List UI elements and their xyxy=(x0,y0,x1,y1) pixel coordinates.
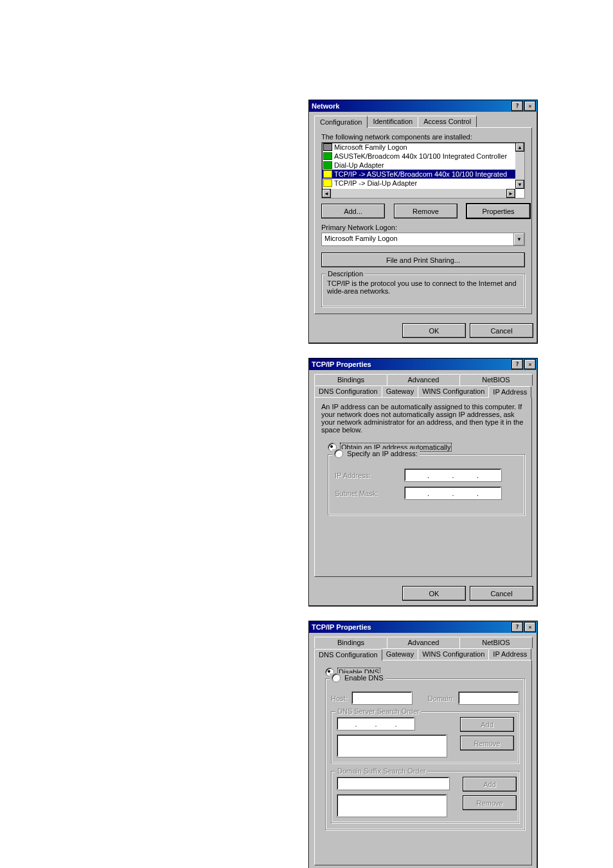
ip-blurb: An IP address can be automatically assig… xyxy=(321,403,525,434)
domain-label: Domain: xyxy=(428,695,454,702)
remove-button[interactable]: Remove xyxy=(394,204,458,218)
ok-button[interactable]: OK xyxy=(402,323,466,338)
tab-bindings[interactable]: Bindings xyxy=(314,637,387,648)
close-button[interactable]: ✕ xyxy=(524,622,536,632)
tab-gateway[interactable]: Gateway xyxy=(382,385,418,397)
radio-specify-label: Specify an IP address: xyxy=(347,450,418,457)
title-text: Network xyxy=(312,102,339,110)
dropdown-icon[interactable]: ▼ xyxy=(513,233,524,245)
ip-address-label: IP Address: xyxy=(335,472,393,479)
scrollbar-vertical[interactable]: ▲ ▼ xyxy=(515,143,524,189)
description-group: Description TCP/IP is the protocol you u… xyxy=(321,274,525,307)
add-button[interactable]: Add... xyxy=(321,204,385,218)
suffix-order-legend: Domain Suffix Search Order xyxy=(335,767,427,775)
adapter-icon xyxy=(323,152,332,160)
subnet-mask-label: Subnet Mask: xyxy=(335,490,393,497)
scroll-up-icon[interactable]: ▲ xyxy=(515,143,524,152)
ip-address-field[interactable]: ... xyxy=(404,468,502,482)
titlebar[interactable]: TCP/IP Properties ? ✕ xyxy=(309,359,537,370)
dns-list[interactable] xyxy=(337,734,447,757)
tab-configuration[interactable]: Configuration xyxy=(314,116,368,128)
adapter-icon xyxy=(323,161,332,169)
radio-enable-dns[interactable]: Enable DNS xyxy=(332,673,384,682)
tcpip-ipaddress-dialog: TCP/IP Properties ? ✕ Bindings Advanced … xyxy=(308,358,538,607)
close-button[interactable]: ✕ xyxy=(524,101,536,111)
tab-advanced[interactable]: Advanced xyxy=(387,374,460,385)
tab-netbios[interactable]: NetBIOS xyxy=(459,374,533,385)
radio-icon xyxy=(332,673,341,682)
tab-advanced[interactable]: Advanced xyxy=(387,637,460,648)
tab-dns-configuration[interactable]: DNS Configuration xyxy=(314,649,382,660)
host-input[interactable] xyxy=(351,691,413,705)
protocol-icon xyxy=(323,179,332,187)
help-button[interactable]: ? xyxy=(511,359,523,369)
help-icon: ? xyxy=(515,624,519,630)
properties-button[interactable]: Properties xyxy=(466,204,530,218)
tab-identification[interactable]: Identification xyxy=(367,116,418,127)
components-listbox[interactable]: Microsoft Family Logon ASUSTeK/Broadcom … xyxy=(321,142,525,199)
tcpip-dns-dialog: TCP/IP Properties ? ✕ Bindings Advanced … xyxy=(308,621,538,868)
tab-wins-configuration[interactable]: WINS Configuration xyxy=(418,385,489,397)
scroll-left-icon[interactable]: ◄ xyxy=(322,189,331,198)
file-print-sharing-button[interactable]: File and Print Sharing... xyxy=(321,252,525,267)
primary-logon-label: Primary Network Logon: xyxy=(321,224,525,231)
scroll-down-icon[interactable]: ▼ xyxy=(515,180,524,189)
tab-gateway[interactable]: Gateway xyxy=(382,648,418,660)
network-dialog: Network ? ✕ Configuration Identification… xyxy=(308,100,538,344)
close-icon: ✕ xyxy=(528,103,531,109)
dns-remove-button[interactable]: Remove xyxy=(460,736,514,750)
primary-logon-value: Microsoft Family Logon xyxy=(322,233,513,245)
titlebar[interactable]: Network ? ✕ xyxy=(309,100,537,112)
tab-access-control[interactable]: Access Control xyxy=(418,116,477,127)
titlebar[interactable]: TCP/IP Properties ? ✕ xyxy=(309,621,537,633)
tab-ip-address[interactable]: IP Address xyxy=(488,386,531,398)
scrollbar-horizontal[interactable]: ◄ ► xyxy=(322,189,515,198)
suffix-input[interactable] xyxy=(337,777,450,790)
list-item[interactable]: Dial-Up Adapter xyxy=(322,161,524,170)
client-icon xyxy=(323,143,332,151)
help-button[interactable]: ? xyxy=(511,101,523,111)
list-item-selected[interactable]: TCP/IP -> ASUSTeK/Broadcom 440x 10/100 I… xyxy=(322,170,524,179)
tab-ip-address[interactable]: IP Address xyxy=(488,648,531,660)
tab-bindings[interactable]: Bindings xyxy=(314,374,387,385)
domain-input[interactable] xyxy=(458,691,519,705)
primary-logon-combo[interactable]: Microsoft Family Logon ▼ xyxy=(321,233,525,246)
cancel-button[interactable]: Cancel xyxy=(470,323,533,338)
radio-specify[interactable]: Specify an IP address: xyxy=(334,449,418,458)
description-legend: Description xyxy=(326,270,365,278)
help-icon: ? xyxy=(515,361,519,368)
suffix-remove-button[interactable]: Remove xyxy=(463,795,517,810)
dns-ip-input[interactable]: ... xyxy=(337,717,415,731)
close-button[interactable]: ✕ xyxy=(524,359,536,369)
suffix-add-button[interactable]: Add xyxy=(463,777,517,792)
help-icon: ? xyxy=(515,103,519,109)
protocol-icon xyxy=(323,170,332,178)
title-text: TCP/IP Properties xyxy=(312,360,371,368)
dns-order-legend: DNS Server Search Order xyxy=(335,707,422,715)
close-icon: ✕ xyxy=(528,361,531,368)
scroll-right-icon[interactable]: ► xyxy=(506,189,515,198)
dns-add-button[interactable]: Add xyxy=(460,717,514,732)
radio-icon xyxy=(334,449,343,458)
cancel-button[interactable]: Cancel xyxy=(470,586,533,601)
radio-enable-label: Enable DNS xyxy=(344,674,384,682)
close-icon: ✕ xyxy=(528,624,531,630)
tab-wins-configuration[interactable]: WINS Configuration xyxy=(418,648,489,660)
components-heading: The following network components are ins… xyxy=(321,133,525,141)
title-text: TCP/IP Properties xyxy=(312,623,371,631)
subnet-mask-field[interactable]: ... xyxy=(404,486,502,500)
list-item[interactable]: ASUSTeK/Broadcom 440x 10/100 Integrated … xyxy=(322,152,524,161)
suffix-list[interactable] xyxy=(337,794,447,817)
tab-dns-configuration[interactable]: DNS Configuration xyxy=(314,385,382,397)
list-item[interactable]: Microsoft Family Logon xyxy=(322,143,524,152)
host-label: Host: xyxy=(331,695,348,702)
ok-button[interactable]: OK xyxy=(402,586,466,601)
description-text: TCP/IP is the protocol you use to connec… xyxy=(327,279,519,301)
help-button[interactable]: ? xyxy=(511,622,523,632)
list-item[interactable]: TCP/IP -> Dial-Up Adapter xyxy=(322,179,524,188)
tab-netbios[interactable]: NetBIOS xyxy=(459,637,533,648)
